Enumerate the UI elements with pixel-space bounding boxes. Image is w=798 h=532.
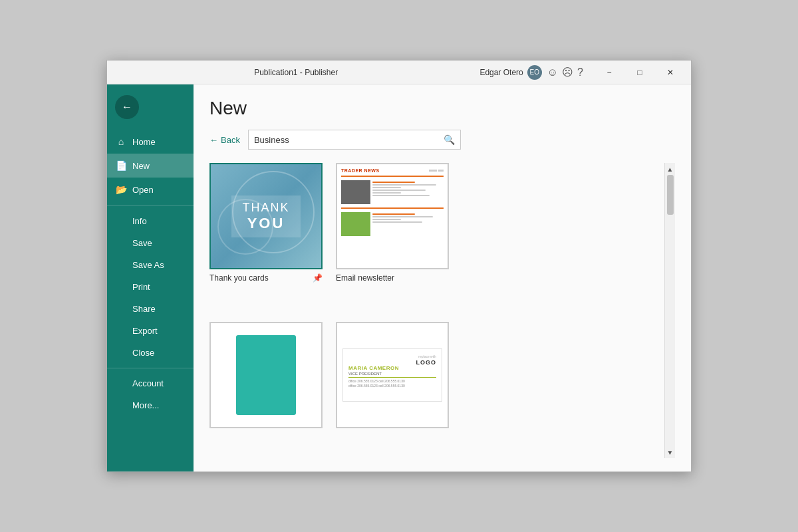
- open-icon: 📂: [115, 184, 127, 195]
- back-link-arrow-icon: ←: [209, 135, 218, 145]
- new-icon: 📄: [115, 160, 127, 171]
- newsletter-header: TRADER NEWS: [341, 168, 444, 173]
- biz-divider: [348, 377, 436, 378]
- bizcard-inner: replace with LOGO MARIA CAMERON VICE PRE…: [342, 348, 442, 402]
- sidebar-item-info-label: Info: [132, 216, 147, 226]
- titlebar: Publication1 - Publisher Edgar Otero EO …: [107, 61, 691, 84]
- sidebar-item-account[interactable]: Account: [107, 372, 194, 394]
- newsletter-title-text: TRADER NEWS: [341, 168, 380, 173]
- sidebar: ← ⌂ Home 📄 New 📂 Open Info Save Sav: [107, 84, 194, 471]
- sidebar-item-close-label: Close: [132, 348, 154, 358]
- biz-contact-1: office 206.555.0123 cell 206.555.0130: [348, 379, 436, 384]
- thankyou-card-preview: THANK YOU: [211, 164, 321, 268]
- search-icon: 🔍: [444, 134, 455, 145]
- sidebar-item-info[interactable]: Info: [107, 210, 194, 232]
- you-text: YOU: [242, 215, 289, 232]
- minimize-button[interactable]: −: [594, 61, 624, 84]
- back-link[interactable]: ← Back: [209, 135, 240, 145]
- nl-block-1: [341, 180, 444, 204]
- template-bizcard[interactable]: replace with LOGO MARIA CAMERON VICE PRE…: [336, 322, 449, 458]
- sidebar-item-new-label: New: [132, 161, 150, 171]
- feedback-icons: ☺ ☹ ?: [547, 66, 583, 78]
- template-tealcard-thumb: [209, 322, 323, 428]
- sidebar-item-more-label: More...: [132, 400, 159, 410]
- scroll-down-arrow[interactable]: ▼: [666, 448, 675, 457]
- back-arrow-icon: ←: [122, 101, 132, 113]
- avatar: EO: [527, 65, 542, 80]
- sidebar-item-print[interactable]: Print: [107, 276, 194, 298]
- app-window: Publication1 - Publisher Edgar Otero EO …: [106, 60, 692, 472]
- sidebar-item-share-label: Share: [132, 304, 156, 314]
- biz-contact-2: office 206.555.0123 cell 206.555.0130: [348, 384, 436, 388]
- close-button[interactable]: ✕: [655, 61, 686, 84]
- home-icon: ⌂: [115, 136, 127, 147]
- search-wrapper[interactable]: 🔍: [248, 130, 461, 150]
- template-newsletter-label-row: Email newsletter: [336, 273, 449, 283]
- sidebar-item-open-label: Open: [132, 185, 154, 195]
- biz-logo-text: LOGO: [416, 359, 437, 366]
- template-newsletter[interactable]: TRADER NEWS: [336, 163, 449, 309]
- sidebar-item-save-as[interactable]: Save As: [107, 254, 194, 276]
- tealcard-preview: [211, 323, 321, 427]
- sidebar-item-close[interactable]: Close: [107, 342, 194, 364]
- main-content: New ← Back 🔍: [194, 84, 691, 471]
- nl-lines-1: [372, 180, 444, 204]
- scrollbar[interactable]: ▲ ▼: [664, 163, 675, 458]
- sidebar-item-save-label: Save: [132, 238, 152, 248]
- newsletter-preview: TRADER NEWS: [337, 164, 448, 268]
- search-input[interactable]: [254, 135, 444, 145]
- sidebar-item-new[interactable]: 📄 New: [107, 154, 194, 178]
- pin-icon[interactable]: 📌: [313, 273, 323, 283]
- biz-logo: replace with LOGO: [416, 354, 437, 366]
- window-controls: − □ ✕: [594, 61, 686, 84]
- sidebar-item-export-label: Export: [132, 326, 158, 336]
- template-newsletter-thumb: TRADER NEWS: [336, 163, 449, 269]
- template-thankyou-label-row: Thank you cards 📌: [209, 273, 323, 283]
- sidebar-divider-1: [107, 205, 194, 206]
- thank-text: THANK: [242, 201, 289, 215]
- biz-replace-text: replace with: [418, 354, 436, 358]
- happy-icon[interactable]: ☺: [547, 66, 558, 78]
- sidebar-item-export[interactable]: Export: [107, 320, 194, 342]
- nl-image-2: [341, 212, 370, 236]
- back-arrow-button[interactable]: ←: [115, 95, 139, 119]
- templates-grid: THANK YOU Thank you cards 📌: [209, 163, 664, 458]
- bizcard-preview: replace with LOGO MARIA CAMERON VICE PRE…: [337, 323, 448, 427]
- app-body: ← ⌂ Home 📄 New 📂 Open Info Save Sav: [107, 84, 691, 471]
- scroll-up-arrow[interactable]: ▲: [666, 164, 675, 174]
- template-thankyou-thumb: THANK YOU: [209, 163, 323, 269]
- template-bizcard-thumb: replace with LOGO MARIA CAMERON VICE PRE…: [336, 322, 449, 428]
- search-bar: ← Back 🔍: [209, 130, 675, 150]
- scroll-thumb[interactable]: [667, 175, 674, 215]
- help-icon[interactable]: ?: [577, 66, 583, 78]
- thankyou-text-block: THANK YOU: [231, 196, 300, 237]
- sidebar-item-home[interactable]: ⌂ Home: [107, 130, 194, 154]
- back-link-label: Back: [221, 135, 240, 145]
- sidebar-item-open[interactable]: 📂 Open: [107, 178, 194, 201]
- nl-lines-2: [372, 212, 444, 236]
- biz-name: MARIA CAMERON: [348, 365, 436, 371]
- template-tealcard[interactable]: [209, 322, 323, 458]
- nl-block-2: [341, 212, 444, 236]
- template-empty-slot: [462, 163, 575, 309]
- sidebar-item-home-label: Home: [132, 137, 156, 147]
- sidebar-item-print-label: Print: [132, 282, 150, 292]
- nl-image-1: [341, 180, 370, 204]
- sidebar-item-account-label: Account: [132, 378, 164, 388]
- sidebar-divider-2: [107, 368, 194, 368]
- user-name: Edgar Otero: [479, 68, 523, 77]
- sidebar-item-save-as-label: Save As: [132, 260, 164, 270]
- scroll-track[interactable]: [665, 174, 675, 448]
- window-title: Publication1 - Publisher: [112, 68, 479, 77]
- template-thankyou[interactable]: THANK YOU Thank you cards 📌: [209, 163, 323, 309]
- sidebar-item-save[interactable]: Save: [107, 232, 194, 254]
- sidebar-item-share[interactable]: Share: [107, 298, 194, 320]
- sidebar-item-more[interactable]: More...: [107, 394, 194, 416]
- template-newsletter-label: Email newsletter: [336, 273, 449, 283]
- maximize-button[interactable]: □: [624, 61, 655, 84]
- user-info: Edgar Otero EO: [479, 65, 541, 80]
- sad-icon[interactable]: ☹: [562, 66, 573, 78]
- biz-title: VICE PRESIDENT: [348, 372, 436, 376]
- template-thankyou-label: Thank you cards: [209, 273, 310, 283]
- page-title: New: [209, 98, 675, 119]
